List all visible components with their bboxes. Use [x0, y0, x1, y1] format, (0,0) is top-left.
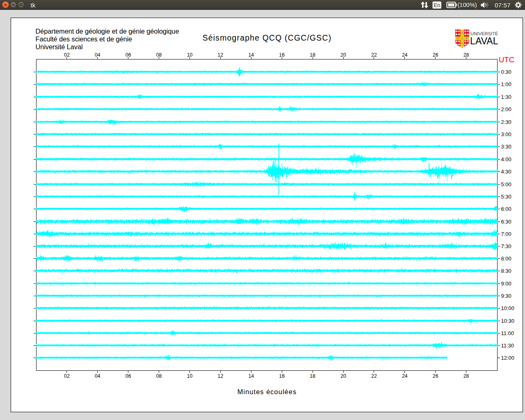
svg-text:4:00: 4:00: [501, 156, 511, 162]
svg-text:1:30: 1:30: [501, 94, 511, 100]
svg-text:4:30: 4:30: [501, 169, 511, 175]
svg-text:11:30: 11:30: [501, 342, 514, 349]
svg-text:2:30: 2:30: [501, 119, 511, 125]
svg-text:22: 22: [371, 52, 377, 58]
svg-text:5:00: 5:00: [501, 181, 511, 187]
svg-text:11:00: 11:00: [501, 330, 514, 336]
svg-text:02: 02: [64, 52, 70, 58]
svg-text:12: 12: [218, 52, 224, 58]
svg-text:5:30: 5:30: [501, 194, 511, 200]
svg-text:6:00: 6:00: [501, 206, 511, 212]
svg-text:9:00: 9:00: [501, 281, 511, 287]
svg-text:9:30: 9:30: [501, 293, 511, 299]
svg-text:26: 26: [433, 373, 438, 379]
svg-text:16: 16: [279, 52, 285, 58]
svg-text:04: 04: [95, 373, 100, 379]
svg-text:10:30: 10:30: [501, 318, 515, 324]
svg-text:12: 12: [218, 373, 224, 379]
svg-text:28: 28: [463, 373, 469, 379]
svg-text:20: 20: [340, 52, 346, 58]
svg-text:0:30: 0:30: [501, 69, 511, 75]
svg-text:(100%): (100%): [458, 2, 477, 8]
svg-text:8:30: 8:30: [501, 268, 511, 274]
svg-text:26: 26: [433, 52, 438, 58]
svg-text:08: 08: [156, 373, 162, 379]
svg-text:12:00: 12:00: [501, 355, 515, 361]
svg-text:20: 20: [340, 373, 346, 379]
svg-text:22: 22: [371, 373, 377, 379]
svg-text:06: 06: [126, 52, 131, 58]
svg-text:10: 10: [187, 52, 193, 58]
svg-text:3:00: 3:00: [501, 131, 511, 137]
svg-text:18: 18: [310, 52, 315, 58]
svg-text:1:00: 1:00: [501, 81, 511, 87]
svg-text:UTC: UTC: [499, 55, 514, 64]
svg-text:2:00: 2:00: [501, 106, 511, 112]
svg-text:08: 08: [156, 52, 162, 58]
svg-text:04: 04: [95, 52, 100, 58]
svg-text:02: 02: [64, 373, 70, 379]
svg-text:8:00: 8:00: [501, 256, 511, 262]
svg-text:07:57: 07:57: [495, 2, 511, 9]
svg-text:14: 14: [248, 373, 254, 379]
svg-text:7:00: 7:00: [501, 231, 511, 237]
svg-text:tk: tk: [31, 2, 36, 9]
svg-text:18: 18: [310, 373, 315, 379]
svg-text:7:30: 7:30: [501, 243, 511, 249]
svg-text:06: 06: [126, 373, 131, 379]
svg-text:6:30: 6:30: [501, 219, 511, 225]
svg-text:10: 10: [187, 373, 193, 379]
svg-text:Minutes écoulées: Minutes écoulées: [237, 388, 297, 395]
svg-text:En: En: [434, 2, 440, 8]
svg-text:Université Laval: Université Laval: [36, 43, 83, 50]
svg-text:10:00: 10:00: [501, 305, 515, 311]
svg-text:28: 28: [463, 52, 469, 58]
svg-text:24: 24: [402, 373, 408, 379]
svg-text:LAVAL: LAVAL: [470, 36, 498, 46]
svg-text:24: 24: [402, 52, 408, 58]
svg-text:Département de géologie et de: Département de géologie et de génie géol…: [36, 27, 179, 35]
svg-text:3:30: 3:30: [501, 144, 511, 150]
svg-text:14: 14: [248, 52, 254, 58]
svg-text:16: 16: [279, 373, 285, 379]
svg-text:Faculté des sciences et de gén: Faculté des sciences et de génie: [36, 35, 132, 43]
svg-text:Séismographe QCQ (CGC/GSC): Séismographe QCQ (CGC/GSC): [203, 33, 332, 42]
